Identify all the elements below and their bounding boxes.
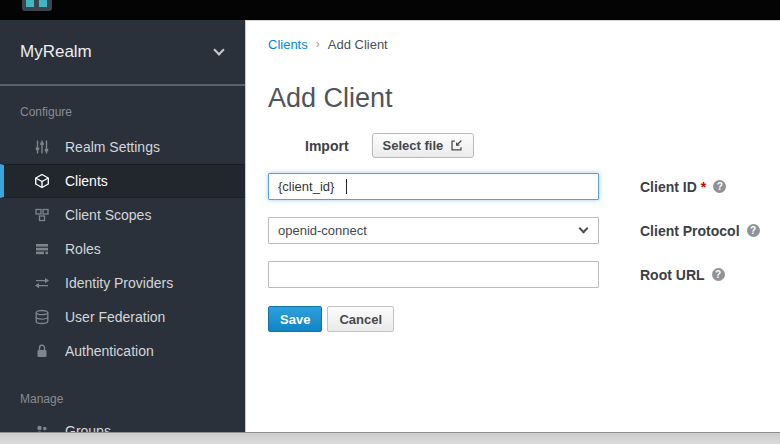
chevron-down-icon [213,44,224,55]
manage-section: Manage Groups [0,392,245,432]
cancel-button[interactable]: Cancel [327,306,394,332]
client-protocol-row: openid-connect Client Protocol ? [268,217,780,244]
help-icon[interactable]: ? [712,268,725,281]
client-protocol-label: Client Protocol ? [640,223,760,239]
breadcrumb-link-clients[interactable]: Clients [268,37,308,52]
sidebar-nav: MyRealm Configure Realm Settings Clients [0,20,245,432]
sidebar-item-authentication[interactable]: Authentication [0,334,245,368]
top-navbar [0,0,780,20]
keycloak-logo [22,0,52,11]
select-file-button[interactable]: Select file [372,133,475,158]
configure-section: Configure Realm Settings Clients Client … [0,105,245,368]
label-text: Client Protocol [640,223,740,239]
help-icon[interactable]: ? [747,224,760,237]
client-id-input[interactable] [268,173,599,200]
cube-icon [33,173,51,189]
users-icon [33,423,51,432]
client-protocol-select[interactable]: openid-connect [268,217,599,244]
lock-icon [33,343,51,359]
sidebar-item-label: Client Scopes [65,207,151,223]
sidebar-item-realm-settings[interactable]: Realm Settings [0,130,245,164]
sidebar-item-label: Roles [65,241,101,257]
root-url-input[interactable] [268,261,599,288]
roles-icon [33,241,51,257]
label-text: Root URL [640,267,705,283]
section-label-configure: Configure [20,105,225,119]
logo-square [39,0,47,7]
select-file-label: Select file [383,138,444,153]
logo-square [26,0,34,7]
sidebar-item-label: Identity Providers [65,275,173,291]
client-id-label: Client ID * ? [640,179,726,195]
sidebar-item-user-federation[interactable]: User Federation [0,300,245,334]
page-title: Add Client [268,83,780,113]
section-label-manage: Manage [20,392,225,406]
label-text: Client ID [640,179,697,195]
form-actions: Save Cancel [268,306,780,332]
exchange-arrows-icon [33,275,51,291]
sidebar-item-clients[interactable]: Clients [0,164,245,198]
sidebar-item-roles[interactable]: Roles [0,232,245,266]
import-row: Import Select file [268,133,780,158]
sliders-icon [33,139,51,155]
window-bottom-edge [0,432,780,444]
text-cursor [346,179,347,194]
save-button[interactable]: Save [268,306,322,332]
sidebar-item-label: Authentication [65,343,154,359]
breadcrumb: Clients › Add Client [268,36,780,52]
import-file-icon [450,139,463,152]
keycloak-admin-console: MyRealm Configure Realm Settings Clients [0,0,780,444]
sidebar-item-label: Realm Settings [65,139,160,155]
realm-name: MyRealm [20,42,92,62]
cubes-icon [33,207,51,223]
realm-selector[interactable]: MyRealm [0,20,245,86]
import-label: Import [305,138,349,154]
sidebar-item-label: User Federation [65,309,165,325]
required-asterisk: * [701,179,706,195]
root-url-label: Root URL ? [640,267,725,283]
sidebar-item-identity-providers[interactable]: Identity Providers [0,266,245,300]
sidebar-item-groups[interactable]: Groups [0,414,245,432]
breadcrumb-current: Add Client [328,37,388,52]
help-icon[interactable]: ? [713,180,726,193]
sidebar-item-label: Clients [65,173,108,189]
main-content: Clients › Add Client Add Client Import S… [245,20,780,432]
breadcrumb-separator: › [316,37,320,51]
client-id-row: Client ID * ? [268,173,780,200]
database-icon [33,309,51,325]
sidebar-item-client-scopes[interactable]: Client Scopes [0,198,245,232]
sidebar-item-label: Groups [65,423,111,432]
root-url-row: Root URL ? [268,261,780,288]
